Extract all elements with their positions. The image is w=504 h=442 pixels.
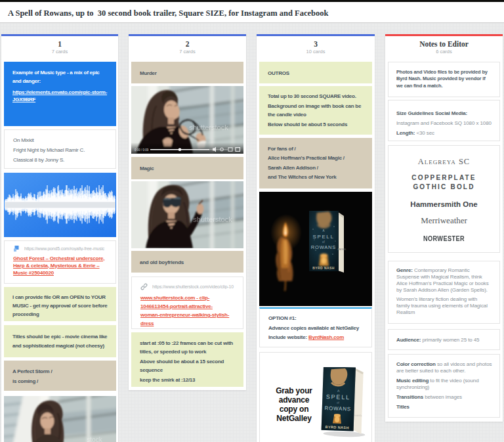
- svg-text:shutterstock: shutterstock: [193, 215, 232, 223]
- svg-text:SPELL: SPELL: [326, 393, 350, 401]
- svg-text:stock: stock: [87, 436, 102, 442]
- svg-text:ROWANS: ROWANS: [324, 405, 351, 412]
- svg-text:BYRD NASH: BYRD NASH: [326, 425, 349, 430]
- svg-text:A NOVEL: A NOVEL: [337, 248, 346, 251]
- svg-text:BYRD NASH: BYRD NASH: [312, 266, 334, 270]
- svg-text:ROWANS: ROWANS: [311, 244, 336, 250]
- svg-text:A NOVEL: A NOVEL: [354, 414, 362, 417]
- svg-text:A: A: [322, 229, 324, 232]
- svg-text:0:00 / 0:09: 0:00 / 0:09: [135, 148, 149, 152]
- svg-text:SPELL: SPELL: [313, 234, 335, 240]
- svg-text:shutterstock: shutterstock: [189, 123, 228, 131]
